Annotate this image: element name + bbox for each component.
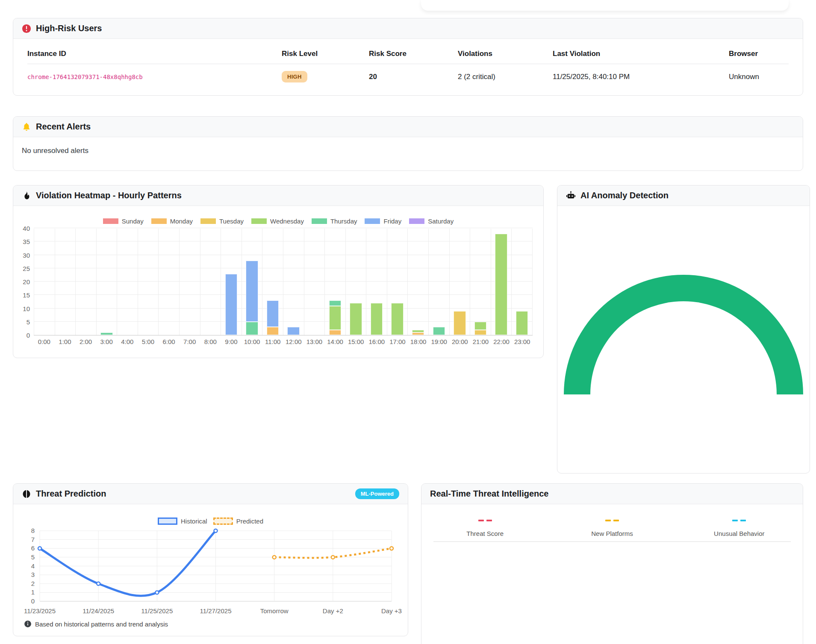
legend-item: Saturday xyxy=(409,218,454,225)
x-tick-label: 14:00 xyxy=(325,338,346,345)
x-tick-label: 18:00 xyxy=(408,338,429,345)
legend-swatch xyxy=(312,218,327,224)
legend-swatch xyxy=(103,218,118,224)
x-tick-label: 23:00 xyxy=(512,338,533,345)
dashboard-page: High-Risk Users Instance ID Risk Level R… xyxy=(0,0,816,644)
heatmap-column xyxy=(387,229,408,335)
realtime-intel-panel: Real-Time Threat Intelligence Threat Sco… xyxy=(421,483,803,644)
legend-dash xyxy=(740,520,746,521)
heatmap-column xyxy=(366,229,387,335)
bar-segment xyxy=(267,300,279,327)
legend-item: Wednesday xyxy=(251,218,304,225)
y-tick-label: 40 xyxy=(23,225,30,232)
y-tick-label: 35 xyxy=(23,238,30,246)
divider xyxy=(433,541,791,542)
x-tick-label: 10:00 xyxy=(242,338,262,345)
historical-point xyxy=(38,547,41,550)
intel-item: Unusual Behavior xyxy=(676,520,803,537)
predicted-point xyxy=(273,556,276,559)
x-tick-label: Tomorrow xyxy=(260,607,289,615)
x-tick-label: Day +3 xyxy=(381,607,402,615)
violation-heatmap-panel: Violation Heatmap - Hourly Patterns Sund… xyxy=(13,185,544,358)
footnote-text: Based on historical patterns and trend a… xyxy=(35,620,168,628)
x-tick-label: 16:00 xyxy=(366,338,387,345)
threat-prediction-panel: Threat Prediction ML-Powered HistoricalP… xyxy=(13,483,408,636)
prediction-chart-svg: 01234567811/23/202511/24/202511/25/20251… xyxy=(13,528,408,618)
x-tick-label: 0:00 xyxy=(34,338,55,345)
ai-anomaly-header: AI Anomaly Detection xyxy=(557,185,810,206)
legend-dashes xyxy=(478,520,492,521)
heatmap-legend: SundayMondayTuesdayWednesdayThursdayFrid… xyxy=(13,217,543,225)
risk-level-badge: HIGH xyxy=(282,71,307,82)
heatmap-column xyxy=(138,229,159,335)
heatmap-column xyxy=(408,229,429,335)
y-tick-label: 2 xyxy=(31,580,35,587)
col-instance-id: Instance ID xyxy=(27,50,282,58)
y-tick-label: 4 xyxy=(31,562,35,570)
heatmap-column xyxy=(304,229,325,335)
heatmap-column xyxy=(450,229,471,335)
high-risk-users-panel: High-Risk Users Instance ID Risk Level R… xyxy=(13,18,803,96)
col-violations: Violations xyxy=(458,50,553,58)
x-tick-label: Day +2 xyxy=(323,607,343,615)
alerts-empty-message: No unresolved alerts xyxy=(13,137,803,165)
panel-title: AI Anomaly Detection xyxy=(580,191,669,200)
x-tick-label: 11/27/2025 xyxy=(200,607,232,615)
legend-label: Thursday xyxy=(330,218,357,225)
last-violation-value: 11/25/2025, 8:40:10 PM xyxy=(553,73,729,81)
x-tick-label: 12:00 xyxy=(283,338,304,345)
legend-item: Sunday xyxy=(103,218,144,225)
gridline xyxy=(34,228,533,228)
panel-title: Threat Prediction xyxy=(36,489,106,499)
x-tick-label: 6:00 xyxy=(159,338,180,345)
intel-item-label: New Platforms xyxy=(591,530,633,537)
x-tick-label: 5:00 xyxy=(138,338,159,345)
x-tick-label: 1:00 xyxy=(55,338,76,345)
legend-dashes xyxy=(732,520,746,521)
bar-segment xyxy=(454,311,466,335)
bell-icon xyxy=(22,122,31,132)
legend-label: Historical xyxy=(181,518,207,525)
bar-segment xyxy=(371,303,383,335)
x-tick-label: 11/24/2025 xyxy=(82,607,114,615)
intel-item-label: Threat Score xyxy=(466,530,504,537)
ml-powered-badge: ML-Powered xyxy=(355,488,399,499)
bar-segment xyxy=(474,322,487,330)
robot-icon xyxy=(566,191,576,200)
y-tick-label: 5 xyxy=(31,553,35,561)
heatmap-column xyxy=(346,229,367,335)
historical-point xyxy=(155,591,159,594)
x-tick-label: 8:00 xyxy=(200,338,221,345)
recent-alerts-panel: Recent Alerts No unresolved alerts xyxy=(13,116,803,171)
bar-segment xyxy=(287,327,300,335)
legend-dash xyxy=(486,520,492,521)
y-tick-label: 20 xyxy=(23,278,30,286)
historical-point xyxy=(214,529,218,532)
legend-label: Saturday xyxy=(428,218,454,225)
table-row: chrome-1764132079371-48x8qhhg8cb HIGH 20… xyxy=(27,64,789,90)
bar-segment xyxy=(100,332,113,335)
bar-segment xyxy=(267,327,279,335)
col-browser: Browser xyxy=(729,50,789,58)
bar-segment xyxy=(246,261,258,322)
ai-anomaly-panel: AI Anomaly Detection xyxy=(557,185,810,473)
heatmap-column xyxy=(242,229,263,335)
heatmap-column xyxy=(34,229,55,335)
bar-segment xyxy=(329,306,342,330)
info-icon xyxy=(24,620,32,628)
legend-item: Friday xyxy=(365,218,401,225)
instance-id-link[interactable]: chrome-1764132079371-48x8qhhg8cb xyxy=(27,74,282,80)
predicted-point xyxy=(390,547,393,550)
browser-value: Unknown xyxy=(729,73,789,81)
heatmap-column xyxy=(180,229,200,335)
x-tick-label: 11/23/2025 xyxy=(24,607,56,615)
y-tick-label: 6 xyxy=(31,544,35,552)
bar-segment xyxy=(329,300,342,306)
flame-icon xyxy=(22,191,31,200)
x-tick-label: 13:00 xyxy=(304,338,325,345)
panel-title: Violation Heatmap - Hourly Patterns xyxy=(36,191,182,200)
bar-segment xyxy=(246,322,258,335)
heatmap-column xyxy=(117,229,138,335)
legend-swatch xyxy=(213,518,233,525)
heatmap-x-axis: 0:001:002:003:004:005:006:007:008:009:00… xyxy=(34,338,533,345)
